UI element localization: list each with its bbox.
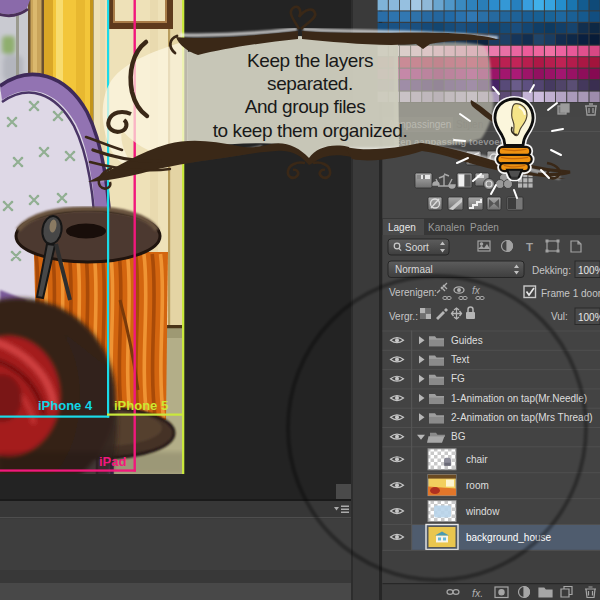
svg-text:fx.: fx. — [472, 587, 483, 599]
svg-text:BG: BG — [451, 431, 466, 442]
svg-text:100%: 100% — [578, 265, 600, 276]
svg-text:separated.: separated. — [267, 73, 353, 94]
svg-text:Frame 1 doorgev: Frame 1 doorgev — [541, 288, 600, 299]
svg-text:fx: fx — [472, 285, 481, 296]
svg-text:2-Animation on tap(Mrs Thread): 2-Animation on tap(Mrs Thread) — [451, 412, 593, 423]
svg-text:Vergr.:: Vergr.: — [389, 311, 418, 322]
svg-text:Kanalen: Kanalen — [428, 222, 465, 233]
svg-text:T: T — [526, 241, 533, 253]
svg-text:iPhone 4: iPhone 4 — [38, 398, 93, 413]
svg-text:Lagen: Lagen — [388, 222, 416, 233]
svg-text:Guides: Guides — [451, 335, 483, 346]
svg-text:100%: 100% — [578, 312, 600, 323]
svg-text:And group files: And group files — [245, 96, 366, 117]
svg-text:1-Animation on tap(Mr.Needle): 1-Animation on tap(Mr.Needle) — [451, 393, 587, 404]
svg-text:Dekking:: Dekking: — [532, 265, 571, 276]
svg-text:Verenigen:: Verenigen: — [389, 287, 437, 298]
svg-text:to keep them organized.: to keep them organized. — [213, 120, 408, 141]
svg-text:Soort: Soort — [405, 242, 429, 253]
svg-text:FG: FG — [451, 373, 465, 384]
svg-text:Text: Text — [451, 354, 470, 365]
svg-text:Vul:: Vul: — [551, 311, 568, 322]
svg-text:chair: chair — [466, 454, 488, 465]
svg-text:Keep the layers: Keep the layers — [247, 50, 373, 71]
svg-text:room: room — [466, 480, 489, 491]
svg-text:Paden: Paden — [470, 222, 499, 233]
svg-text:window: window — [465, 506, 500, 517]
svg-text:Normaal: Normaal — [395, 264, 433, 275]
svg-text:iPhone 5: iPhone 5 — [114, 398, 168, 413]
svg-text:iPad: iPad — [99, 454, 127, 469]
